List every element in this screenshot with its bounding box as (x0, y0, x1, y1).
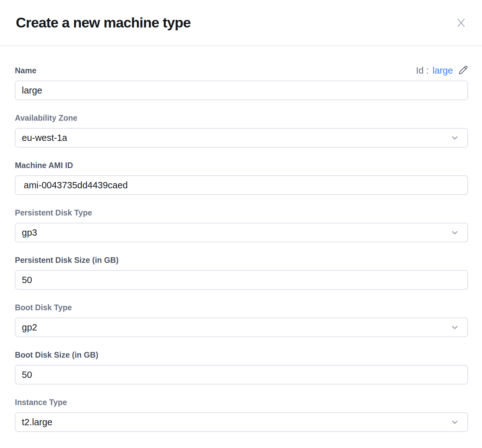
chevron-down-icon (450, 418, 459, 427)
persistent-disk-type-select[interactable]: gp3 (15, 223, 468, 242)
field-group-boot-disk-size: Boot Disk Size (in GB) (15, 350, 468, 384)
field-group-persistent-disk-type: Persistent Disk Type gp3 (15, 208, 468, 242)
create-machine-type-modal: Create a new machine type Name Id : larg… (0, 0, 482, 448)
chevron-down-icon (450, 133, 459, 142)
name-input[interactable] (15, 81, 468, 100)
modal-header: Create a new machine type (0, 0, 482, 46)
pencil-icon (458, 65, 468, 76)
field-group-persistent-disk-size: Persistent Disk Size (in GB) (15, 255, 468, 290)
field-group-availability-zone: Availability Zone eu-west-1a (15, 113, 468, 148)
field-group-instance-type: Instance Type t2.large (15, 397, 468, 432)
id-badge: Id : large (416, 65, 468, 76)
field-group-name: Name Id : large (15, 66, 468, 100)
close-button[interactable] (454, 16, 468, 30)
instance-type-select[interactable]: t2.large (15, 412, 468, 432)
boot-disk-type-select[interactable]: gp2 (15, 318, 468, 337)
modal-body: Name Id : large (0, 46, 482, 432)
field-group-boot-disk-type: Boot Disk Type gp2 (15, 303, 468, 337)
chevron-down-icon (450, 323, 459, 332)
boot-disk-type-label: Boot Disk Type (15, 303, 72, 312)
availability-zone-value: eu-west-1a (22, 133, 67, 143)
chevron-down-icon (450, 228, 459, 237)
availability-zone-select[interactable]: eu-west-1a (15, 128, 468, 148)
boot-disk-type-value: gp2 (22, 322, 37, 333)
x-icon (456, 17, 467, 28)
machine-ami-id-label: Machine AMI ID (15, 160, 73, 170)
field-group-machine-ami-id: Machine AMI ID (15, 160, 468, 195)
id-value: large (433, 65, 453, 76)
name-label: Name (15, 66, 36, 75)
persistent-disk-type-label: Persistent Disk Type (15, 208, 92, 217)
instance-type-value: t2.large (22, 417, 53, 427)
persistent-disk-size-label: Persistent Disk Size (in GB) (15, 255, 119, 265)
persistent-disk-size-input[interactable] (15, 270, 468, 290)
machine-ami-id-input[interactable] (15, 175, 468, 195)
instance-type-label: Instance Type (15, 397, 67, 407)
edit-id-button[interactable] (458, 65, 468, 76)
persistent-disk-type-value: gp3 (22, 227, 37, 238)
availability-zone-label: Availability Zone (15, 113, 77, 123)
modal-title: Create a new machine type (16, 15, 191, 31)
boot-disk-size-input[interactable] (15, 365, 468, 384)
id-prefix-label: Id : (416, 65, 429, 76)
boot-disk-size-label: Boot Disk Size (in GB) (15, 350, 98, 360)
